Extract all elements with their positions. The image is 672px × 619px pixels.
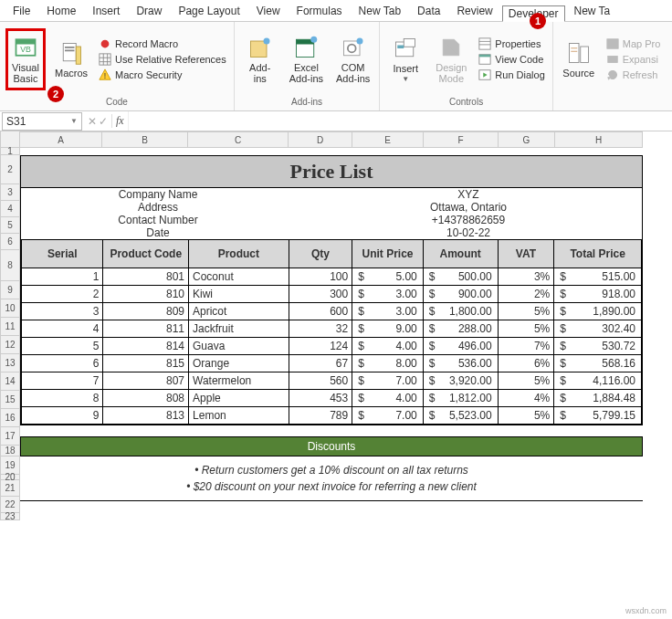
fx-button[interactable]: fx [111, 114, 128, 128]
cell-qty[interactable]: 100 [289, 268, 352, 286]
cell-vat[interactable]: 6% [498, 355, 554, 372]
cell-serial[interactable]: 9 [22, 407, 103, 425]
design-mode-button[interactable]: Design Mode [431, 31, 471, 88]
row-header-14[interactable]: 14 [0, 372, 20, 391]
table-row[interactable]: 3809Apricot600$3.00$1,800.005%$1,890.00 [22, 303, 642, 320]
tab-new-tab-2[interactable]: New Ta [567, 1, 618, 21]
tab-draw[interactable]: Draw [129, 1, 169, 21]
cell-amount[interactable]: $1,812.00 [423, 390, 498, 407]
macro-security-button[interactable]: ! Macro Security [97, 68, 228, 82]
cell-amount[interactable]: $1,800.00 [423, 303, 498, 320]
excel-addins-button[interactable]: Excel Add-ins [286, 31, 327, 88]
cell-product[interactable]: Jackfruit [189, 320, 289, 338]
addins-button[interactable]: Add- ins [240, 31, 280, 88]
column-header-G[interactable]: G [499, 131, 555, 148]
cell-unit-price[interactable]: $5.00 [352, 268, 424, 286]
enter-formula-icon[interactable]: ✓ [99, 115, 108, 128]
cell-product[interactable]: Apple [189, 390, 289, 407]
row-header-11[interactable]: 11 [0, 318, 20, 336]
cell-unit-price[interactable]: $3.00 [352, 303, 424, 320]
cell-vat[interactable]: 5% [498, 303, 554, 320]
tab-page-layout[interactable]: Page Layout [171, 1, 247, 21]
cell-total[interactable]: $515.00 [554, 268, 642, 286]
row-header-23[interactable]: 23 [0, 513, 20, 520]
cell-total[interactable]: $1,890.00 [554, 303, 642, 320]
table-row[interactable]: 4811Jackfruit32$9.00$288.005%$302.40 [22, 320, 642, 338]
map-properties-button[interactable]: Map Pro [604, 37, 663, 51]
tab-formulas[interactable]: Formulas [289, 1, 350, 21]
cell-code[interactable]: 811 [103, 320, 189, 338]
cell-unit-price[interactable]: $8.00 [352, 355, 424, 372]
tab-data[interactable]: Data [410, 1, 447, 21]
cell-amount[interactable]: $496.00 [423, 338, 498, 355]
row-header-18[interactable]: 18 [0, 446, 20, 456]
row-header-3[interactable]: 3 [0, 184, 20, 201]
cell-unit-price[interactable]: $3.00 [352, 286, 424, 303]
cell-code[interactable]: 808 [103, 390, 189, 407]
tab-view[interactable]: View [249, 1, 288, 21]
cell-product[interactable]: Watermelon [189, 372, 289, 390]
row-header-5[interactable]: 5 [0, 217, 20, 234]
record-macro-button[interactable]: Record Macro [97, 37, 228, 51]
table-row[interactable]: 7807Watermelon560$7.00$3,920.005%$4,116.… [22, 372, 642, 390]
column-header-D[interactable]: D [289, 131, 352, 148]
tab-home[interactable]: Home [39, 1, 83, 21]
cell-qty[interactable]: 789 [289, 407, 352, 425]
cell-amount[interactable]: $900.00 [423, 286, 498, 303]
row-header-8[interactable]: 8 [0, 250, 20, 281]
cell-qty[interactable]: 300 [289, 286, 352, 303]
cell-vat[interactable]: 5% [498, 372, 554, 390]
cell-vat[interactable]: 5% [498, 407, 554, 425]
cell-total[interactable]: $568.16 [554, 355, 642, 372]
run-dialog-button[interactable]: Run Dialog [477, 68, 546, 82]
cell-serial[interactable]: 1 [22, 268, 103, 286]
cell-vat[interactable]: 7% [498, 338, 554, 355]
column-header-E[interactable]: E [352, 131, 424, 148]
cell-product[interactable]: Apricot [189, 303, 289, 320]
source-button[interactable]: Source [559, 37, 599, 82]
cell-amount[interactable]: $288.00 [423, 320, 498, 338]
cell-unit-price[interactable]: $9.00 [352, 320, 424, 338]
table-row[interactable]: 8808Apple453$4.00$1,812.004%$1,884.48 [22, 390, 642, 407]
cell-amount[interactable]: $3,920.00 [423, 372, 498, 390]
cell-product[interactable]: Orange [189, 355, 289, 372]
cell-product[interactable]: Kiwi [189, 286, 289, 303]
cell-serial[interactable]: 3 [22, 303, 103, 320]
cell-total[interactable]: $302.40 [554, 320, 642, 338]
table-row[interactable]: 9813Lemon789$7.00$5,523.005%$5,799.15 [22, 407, 642, 425]
formula-input[interactable] [128, 111, 672, 131]
cell-code[interactable]: 813 [103, 407, 189, 425]
cell-serial[interactable]: 6 [22, 355, 103, 372]
cell-code[interactable]: 815 [103, 355, 189, 372]
table-row[interactable]: 1801Coconut100$5.00$500.003%$515.00 [22, 268, 642, 286]
cell-product[interactable]: Coconut [189, 268, 289, 286]
macros-button[interactable]: Macros [51, 37, 91, 82]
cell-total[interactable]: $1,884.48 [554, 390, 642, 407]
cell-total[interactable]: $4,116.00 [554, 372, 642, 390]
cell-code[interactable]: 809 [103, 303, 189, 320]
cell-code[interactable]: 814 [103, 338, 189, 355]
row-header-13[interactable]: 13 [0, 354, 20, 372]
row-header-4[interactable]: 4 [0, 201, 20, 217]
row-header-2[interactable]: 2 [0, 155, 20, 184]
row-header-16[interactable]: 16 [0, 409, 20, 427]
cell-total[interactable]: $5,799.15 [554, 407, 642, 425]
refresh-data-button[interactable]: Refresh [604, 68, 663, 82]
cancel-formula-icon[interactable]: ✕ [88, 115, 97, 128]
cell-code[interactable]: 801 [103, 268, 189, 286]
row-header-10[interactable]: 10 [0, 299, 20, 318]
properties-button[interactable]: Properties [477, 37, 546, 51]
table-row[interactable]: 6815Orange67$8.00$536.006%$568.16 [22, 355, 642, 372]
table-row[interactable]: 5814Guava124$4.00$496.007%$530.72 [22, 338, 642, 355]
cell-qty[interactable]: 560 [289, 372, 352, 390]
cell-vat[interactable]: 4% [498, 390, 554, 407]
cell-vat[interactable]: 2% [498, 286, 554, 303]
insert-control-button[interactable]: Insert ▼ [385, 32, 425, 88]
cell-qty[interactable]: 32 [289, 320, 352, 338]
column-header-B[interactable]: B [102, 131, 188, 148]
cell-qty[interactable]: 67 [289, 355, 352, 372]
cell-serial[interactable]: 5 [22, 338, 103, 355]
view-code-button[interactable]: View Code [477, 52, 546, 67]
cell-total[interactable]: $918.00 [554, 286, 642, 303]
cell-amount[interactable]: $536.00 [423, 355, 498, 372]
